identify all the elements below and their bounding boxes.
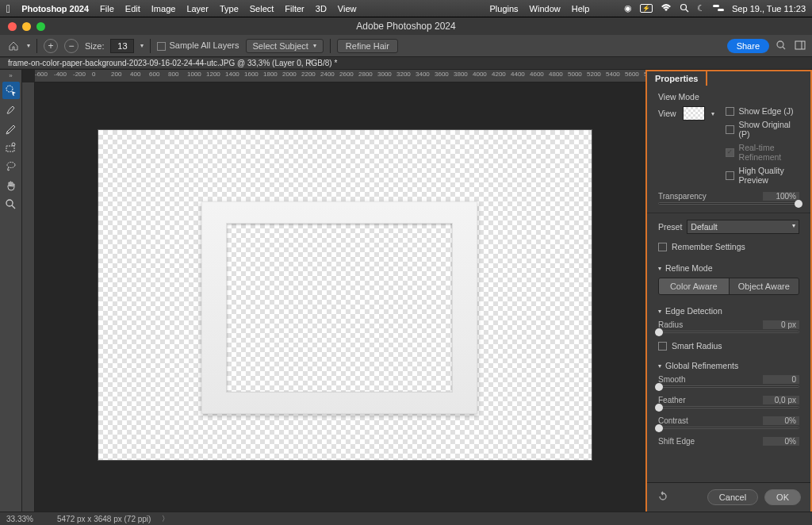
cancel-button[interactable]: Cancel [707, 489, 758, 505]
preset-label: Preset [658, 222, 682, 232]
show-edge-checkbox[interactable]: Show Edge (J) [726, 106, 799, 116]
menu-plugins[interactable]: Plugins [490, 4, 519, 13]
ruler-mark: 4600 [530, 71, 544, 78]
tool-hand[interactable] [2, 177, 20, 194]
transparency-value[interactable]: 100% [763, 192, 799, 201]
menu-type[interactable]: Type [220, 4, 239, 13]
tool-object-selection[interactable] [2, 139, 20, 156]
svg-rect-3 [718, 9, 724, 11]
radius-slider[interactable] [658, 331, 799, 333]
battery-icon[interactable]: ⚡ [640, 4, 653, 13]
color-aware-button[interactable]: Color Aware [659, 278, 730, 294]
menu-select[interactable]: Select [250, 4, 274, 13]
smart-radius-checkbox[interactable]: Smart Radius [658, 341, 799, 351]
search-icon[interactable] [776, 40, 788, 52]
window-minimize-button[interactable] [22, 22, 31, 31]
sample-all-layers-checkbox[interactable]: Sample All Layers [157, 40, 239, 51]
svg-point-11 [7, 163, 15, 168]
smooth-slider[interactable] [658, 385, 799, 388]
menu-help[interactable]: Help [572, 4, 590, 13]
global-refinements-heading[interactable]: ▾Global Refinements [658, 361, 799, 370]
edge-detection-heading[interactable]: ▾Edge Detection [658, 306, 799, 316]
properties-tab[interactable]: Properties [645, 70, 707, 86]
canvas-area[interactable] [35, 82, 645, 512]
transparency-slider[interactable] [658, 202, 799, 205]
app-menu[interactable]: Photoshop 2024 [21, 4, 89, 13]
menu-layer[interactable]: Layer [186, 4, 209, 13]
brush-add-icon[interactable]: + [44, 39, 58, 53]
ruler-mark: 1600 [244, 71, 259, 78]
ruler-horizontal[interactable]: -600-400-2000200400600800100012001400160… [35, 70, 645, 82]
chevron-down-icon[interactable]: ▾ [27, 42, 30, 49]
ok-button[interactable]: OK [764, 489, 801, 505]
share-button[interactable]: Share [727, 39, 769, 53]
tool-lasso[interactable] [2, 158, 20, 175]
tool-brush[interactable] [2, 120, 20, 137]
size-label: Size: [85, 41, 104, 51]
ruler-mark: 3000 [377, 71, 392, 78]
transparency-label: Transparency [658, 192, 707, 201]
view-mode-swatch[interactable] [683, 106, 705, 121]
workspace-switcher-icon[interactable] [795, 40, 806, 52]
ruler-mark: 2000 [282, 71, 297, 78]
menu-edit[interactable]: Edit [125, 4, 140, 13]
tool-zoom[interactable] [2, 196, 20, 213]
ruler-mark: 3200 [396, 71, 411, 78]
ruler-vertical[interactable] [22, 82, 35, 512]
menu-image[interactable]: Image [151, 4, 176, 13]
window-close-button[interactable] [8, 22, 17, 31]
chevron-down-icon[interactable]: ▾ [711, 110, 714, 117]
brush-size-input[interactable] [110, 39, 134, 53]
radius-value[interactable]: 0 px [763, 320, 799, 329]
feather-slider[interactable] [658, 406, 799, 408]
contrast-value[interactable]: 0% [763, 416, 799, 425]
view-mode-heading: View Mode [658, 92, 799, 102]
apple-menu-icon[interactable]:  [6, 2, 10, 15]
ruler-mark: 200 [111, 71, 121, 78]
menu-3d[interactable]: 3D [316, 4, 327, 13]
tool-quick-selection[interactable] [2, 82, 20, 99]
contrast-slider[interactable] [658, 427, 799, 429]
brush-subtract-icon[interactable]: − [64, 39, 79, 53]
document-canvas[interactable] [98, 130, 592, 460]
moon-icon[interactable]: ☾ [697, 3, 705, 13]
wifi-icon[interactable] [661, 4, 672, 13]
search-spotlight-icon[interactable] [680, 3, 689, 14]
refine-mode-heading[interactable]: ▾Refine Mode [658, 263, 799, 273]
menu-window[interactable]: Window [530, 4, 561, 13]
chevron-down-icon[interactable]: ▾ [140, 42, 144, 49]
window-maximize-button[interactable] [36, 22, 45, 31]
document-info[interactable]: 5472 px x 3648 px (72 ppi) [57, 515, 151, 523]
collapse-toolbar-icon[interactable]: » [8, 71, 13, 80]
smooth-value[interactable]: 0 [763, 375, 799, 384]
document-tab[interactable]: frame-on-color-paper-background-2023-09-… [0, 58, 317, 68]
preset-dropdown[interactable]: Default▾ [687, 220, 799, 234]
remember-settings-checkbox[interactable]: Remember Settings [658, 242, 799, 251]
menu-filter[interactable]: Filter [285, 4, 304, 13]
datetime[interactable]: Sep 19., Tue 11:23 [732, 4, 806, 13]
reset-icon[interactable] [657, 490, 671, 504]
close-icon[interactable]: × [308, 58, 312, 67]
feather-label: Feather [658, 396, 685, 404]
feather-value[interactable]: 0,0 px [763, 396, 799, 404]
view-label: View [658, 109, 676, 118]
status-bar: 33.33% 5472 px x 3648 px (72 ppi) 〉 [0, 512, 812, 525]
ruler-mark: 2800 [358, 71, 373, 78]
tool-refine-edge-brush[interactable] [2, 101, 20, 118]
realtime-refinement-checkbox[interactable]: Real-time Refinement [726, 143, 799, 162]
record-icon[interactable]: ◉ [624, 3, 632, 13]
refine-hair-button[interactable]: Refine Hair [337, 39, 398, 53]
show-original-checkbox[interactable]: Show Original (P) [726, 120, 799, 139]
zoom-level[interactable]: 33.33% [6, 515, 46, 523]
home-button[interactable] [6, 39, 21, 53]
hq-preview-checkbox[interactable]: High Quality Preview [726, 166, 799, 185]
shift-edge-label: Shift Edge [658, 437, 695, 446]
object-aware-button[interactable]: Object Aware [730, 278, 799, 294]
shift-edge-value[interactable]: 0% [763, 437, 799, 446]
menu-view[interactable]: View [338, 4, 357, 13]
ruler-mark: 2400 [320, 71, 335, 78]
select-subject-button[interactable]: Select Subject▾ [246, 39, 324, 53]
control-center-icon[interactable] [713, 4, 724, 13]
menu-file[interactable]: File [100, 4, 114, 13]
chevron-right-icon[interactable]: 〉 [162, 514, 169, 524]
